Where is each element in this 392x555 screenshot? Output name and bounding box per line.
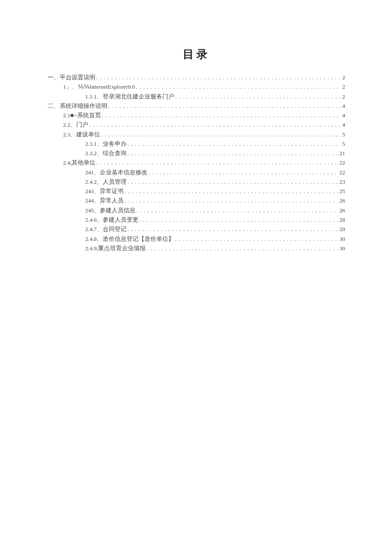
toc-entry: 2.4.8、造价信息登记【造价单位】30 xyxy=(48,234,345,244)
toc-entry: 245、参建人员信息26 xyxy=(48,206,345,215)
toc-entry-label: 245、参建人员信息 xyxy=(85,206,135,215)
toc-entry-page: 26 xyxy=(339,196,346,205)
toc-leader-dots xyxy=(148,168,337,177)
toc-leader-dots xyxy=(101,130,340,139)
toc-entry-page: 2 xyxy=(341,82,345,92)
toc-entry-label: 2.3.1、业务申办 xyxy=(85,139,127,149)
toc-entry-label: 243、异常证书 xyxy=(85,187,124,196)
toc-entry-label: 2.4.2、人员管理 xyxy=(85,177,127,187)
toc-entry-page: 5 xyxy=(341,130,345,139)
toc-leader-dots xyxy=(108,101,340,111)
toc-entry-page: 23 xyxy=(339,177,346,187)
toc-leader-dots xyxy=(127,149,338,158)
toc-entry-page: 4 xyxy=(341,111,345,120)
toc-entry: 241、企业基本信息修改22 xyxy=(48,168,345,177)
toc-leader-dots xyxy=(139,215,338,225)
toc-entry-label: 2.4.6、参建人员变更 xyxy=(85,215,138,225)
toc-leader-dots xyxy=(127,225,338,234)
toc-entry-label: 2.4,其他单位 xyxy=(63,158,95,168)
toc-entry: 2.4.2、人员管理23 xyxy=(48,177,345,187)
toc-leader-dots xyxy=(96,158,337,168)
toc-entry-page: 4 xyxy=(341,120,345,130)
toc-entry: 2.2、门户4 xyxy=(48,120,345,130)
toc-entry: 2.4.6、参建人员变更28 xyxy=(48,215,345,225)
toc-entry: 2.3、建设单位5 xyxy=(48,130,345,139)
toc-leader-dots xyxy=(136,82,340,92)
toc-entry: 二、系统详细操作说明4 xyxy=(48,101,345,111)
toc-leader-dots xyxy=(102,111,341,120)
toc-leader-dots xyxy=(175,234,338,244)
toc-entry-page: 21 xyxy=(339,149,346,158)
toc-entry-label: 一、平台设置说明 xyxy=(48,73,95,82)
toc-entry-page: 4 xyxy=(341,101,345,111)
toc-entry-label: 2.1■>系统首页 xyxy=(63,111,101,120)
toc-leader-dots xyxy=(124,187,337,196)
toc-entry: 244、异常人员26 xyxy=(48,196,345,205)
toc-entry-page: 30 xyxy=(339,234,346,244)
toc-entry-page: 2 xyxy=(341,73,345,82)
toc-entry-label: 241、企业基本信息修改 xyxy=(85,168,147,177)
toc-entry-label: 二、系统详细操作说明 xyxy=(48,101,107,111)
toc-leader-dots xyxy=(127,139,340,149)
toc-title: 目录 xyxy=(48,47,345,62)
toc-leader-dots xyxy=(89,120,340,130)
toc-entry-label: 2.3、建设单位 xyxy=(63,130,100,139)
toc-entry: 2.4.9,重点培育企业填报30 xyxy=(48,244,345,253)
toc-entry: 2.4.7、合同登记29 xyxy=(48,225,345,234)
toc-entry-label: 2.4.8、造价信息登记【造价单位】 xyxy=(85,234,174,244)
toc-entry: 一、平台设置说明2 xyxy=(48,73,345,82)
toc-entry-label: 2.4.9,重点培育企业填报 xyxy=(85,244,146,253)
toc-entry-label: 244、异常人员 xyxy=(85,196,124,205)
toc-entry-label: 1.1.1、登录湖北住建企业服务门户 xyxy=(85,92,174,101)
toc-entry: 1.1.1、登录湖北住建企业服务门户2 xyxy=(48,92,345,101)
document-page: 目录 一、平台设置说明21」、⅟₈⅟₈InternetExplorer9.021… xyxy=(0,0,392,253)
toc-entry-label: 2.4.7、合同登记 xyxy=(85,225,127,234)
toc-entry-page: 26 xyxy=(339,206,346,215)
toc-entry-label: 2.2、门户 xyxy=(63,120,88,130)
toc-leader-dots xyxy=(175,92,340,101)
toc-leader-dots xyxy=(147,244,337,253)
toc-entry: 2.4,其他单位22 xyxy=(48,158,345,168)
toc-entry-page: 2 xyxy=(341,92,345,101)
toc-leader-dots xyxy=(96,73,340,82)
toc-entry-label: 1」、⅟₈⅟₈InternetExplorer9.0 xyxy=(63,82,135,92)
toc-entry-page: 5 xyxy=(341,139,345,149)
toc-entry-page: 28 xyxy=(339,215,346,225)
toc-entry: 2.3.1、业务申办5 xyxy=(48,139,345,149)
toc-entry-label: 2.3.2、综合查询 xyxy=(85,149,127,158)
toc-entry-page: 25 xyxy=(339,187,346,196)
toc-entry-page: 22 xyxy=(339,168,346,177)
toc-leader-dots xyxy=(127,177,338,187)
toc-entry: 2.1■>系统首页4 xyxy=(48,111,345,120)
toc-leader-dots xyxy=(124,196,337,205)
toc-entry: 243、异常证书25 xyxy=(48,187,345,196)
toc-list: 一、平台设置说明21」、⅟₈⅟₈InternetExplorer9.021.1.… xyxy=(48,73,345,253)
toc-entry: 1」、⅟₈⅟₈InternetExplorer9.02 xyxy=(48,82,345,92)
toc-entry-page: 29 xyxy=(339,225,346,234)
toc-entry: 2.3.2、综合查询21 xyxy=(48,149,345,158)
toc-entry-page: 22 xyxy=(339,158,346,168)
toc-entry-page: 30 xyxy=(339,244,346,253)
toc-leader-dots xyxy=(136,206,337,215)
